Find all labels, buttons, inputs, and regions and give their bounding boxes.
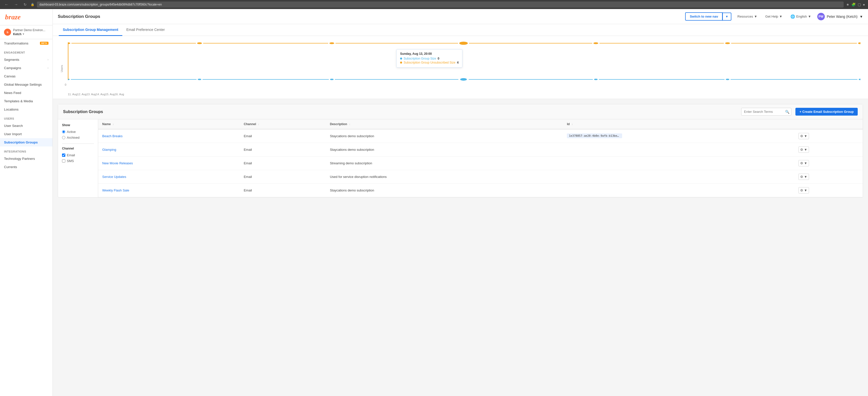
- gear-button-0[interactable]: ⚙ ▼: [799, 133, 809, 139]
- col-actions: [795, 119, 863, 129]
- filter-email-checkbox[interactable]: [62, 154, 65, 157]
- tab-email-preference-center[interactable]: Email Preference Center: [122, 24, 169, 36]
- get-help-button[interactable]: Get Help ▼: [763, 13, 784, 20]
- sidebar-item-locations[interactable]: Locations: [0, 105, 53, 114]
- sidebar-item-technology-partners[interactable]: Technology Partners: [0, 155, 53, 163]
- filter-panel: Show Active Archived Channel: [58, 119, 98, 197]
- x-label-4: 15. Aug: [105, 93, 115, 96]
- svg-point-9: [197, 79, 202, 80]
- filter-active-radio[interactable]: [62, 130, 65, 133]
- global-message-settings-label: Global Message Settings: [4, 83, 42, 86]
- gear-button-2[interactable]: ⚙ ▼: [799, 160, 809, 166]
- row-actions-3[interactable]: ⚙ ▼: [795, 170, 863, 184]
- filter-archived-radio[interactable]: [62, 136, 65, 139]
- search-input[interactable]: [741, 108, 792, 116]
- row-name-1[interactable]: Glamping: [98, 143, 240, 156]
- browser-bar: ← → ↻ 🔒 ★ 🧩 ▢ ●: [0, 0, 868, 9]
- tooltip-date: Sunday, Aug 13, 20:00: [400, 52, 459, 56]
- sidebar-item-canvas[interactable]: Canvas: [0, 72, 53, 81]
- col-channel[interactable]: Channel ↕: [240, 119, 326, 129]
- name-sort-icon: ↕: [113, 123, 114, 126]
- org-dropdown-caret: ▼: [22, 33, 25, 35]
- bookmark-icon: ★: [846, 2, 849, 6]
- resources-button[interactable]: Resources ▼: [735, 13, 759, 20]
- sidebar-item-transformations[interactable]: Transformations BETA: [0, 39, 53, 48]
- search-button[interactable]: 🔍: [785, 110, 789, 114]
- svg-point-4: [459, 41, 468, 45]
- col-id[interactable]: Id ↕: [563, 119, 794, 129]
- sidebar-item-subscription-groups[interactable]: Subscription Groups: [0, 138, 53, 147]
- filter-active[interactable]: Active: [62, 129, 94, 135]
- tooltip-unsubscribed-dot: [400, 62, 402, 64]
- show-filter-label: Show: [62, 123, 94, 127]
- filter-sms[interactable]: SMS: [62, 158, 94, 164]
- svg-point-7: [858, 42, 861, 44]
- table-row: Service UpdatesEmailUsed for service dis…: [98, 170, 863, 184]
- url-bar[interactable]: [37, 1, 844, 7]
- main-content: Subscription Groups Switch to new nav ▼ …: [53, 9, 868, 396]
- row-name-3[interactable]: Service Updates: [98, 170, 240, 184]
- tooltip-subscribed-value: 0: [438, 57, 439, 60]
- row-actions-4[interactable]: ⚙ ▼: [795, 184, 863, 197]
- tab-subscription-group-management[interactable]: Subscription Group Management: [59, 24, 122, 36]
- channel-sort-icon: ↕: [258, 123, 259, 126]
- gear-button-1[interactable]: ⚙ ▼: [799, 147, 809, 153]
- x-axis-labels: 11. Aug 12. Aug 13. Aug 14. Aug 15. Aug …: [68, 93, 124, 96]
- switch-nav-dropdown-button[interactable]: ▼: [722, 12, 732, 21]
- row-channel-4: Email: [240, 184, 326, 197]
- channel-filter-label: Channel: [62, 147, 94, 150]
- sidebar-item-segments[interactable]: Segments ›: [0, 56, 53, 64]
- row-description-1: Staycations demo subscription: [326, 143, 563, 156]
- x-label-2: 13. Aug: [87, 93, 96, 96]
- x-label-3: 14. Aug: [96, 93, 105, 96]
- row-description-0: Staycations demo subscription: [326, 129, 563, 143]
- subscription-groups-table-section: Subscription Groups 🔍 + Create Email Sub…: [58, 104, 863, 197]
- switch-nav-button[interactable]: Switch to new nav: [685, 12, 722, 21]
- sidebar-item-global-message-settings[interactable]: Global Message Settings: [0, 81, 53, 89]
- row-description-2: Streaming demo subscription: [326, 156, 563, 170]
- beta-badge: BETA: [40, 42, 49, 45]
- user-menu[interactable]: PW Peter Wang (Ketch) ▼: [817, 13, 863, 20]
- row-channel-1: Email: [240, 143, 326, 156]
- row-actions-0[interactable]: ⚙ ▼: [795, 129, 863, 143]
- sidebar-item-news-feed[interactable]: News Feed: [0, 89, 53, 97]
- svg-point-12: [593, 79, 598, 80]
- table-section-title: Subscription Groups: [63, 110, 737, 114]
- globe-icon: 🌐: [790, 14, 795, 19]
- news-feed-label: News Feed: [4, 91, 21, 95]
- table-header: Subscription Groups 🔍 + Create Email Sub…: [58, 104, 863, 119]
- filter-sms-checkbox[interactable]: [62, 159, 65, 162]
- back-button[interactable]: ←: [3, 2, 10, 7]
- table-row: New Movie ReleasesEmailStreaming demo su…: [98, 156, 863, 170]
- create-subscription-group-button[interactable]: + Create Email Subscription Group: [796, 108, 858, 116]
- sidebar-item-currents[interactable]: Currents: [0, 163, 53, 171]
- filter-archived[interactable]: Archived: [62, 135, 94, 141]
- segments-label: Segments: [4, 58, 19, 62]
- sidebar-item-user-import[interactable]: User Import: [0, 130, 53, 138]
- row-name-4[interactable]: Weekly Flash Sale: [98, 184, 240, 197]
- row-id-0: 1e378857-ae20-4b0e-9afb-b13bec771f6c: [563, 129, 794, 143]
- gear-button-4[interactable]: ⚙ ▼: [799, 187, 809, 193]
- col-name[interactable]: Name ↕: [98, 119, 240, 129]
- row-name-0[interactable]: Beach Breaks: [98, 129, 240, 143]
- tooltip-unsubscribed-row: Subscription Group Unsubscribed Size 4: [400, 61, 459, 64]
- row-actions-1[interactable]: ⚙ ▼: [795, 143, 863, 156]
- tooltip-unsubscribed-value: 4: [457, 61, 459, 64]
- refresh-button[interactable]: ↻: [22, 2, 28, 7]
- sidebar-item-user-search[interactable]: User Search: [0, 122, 53, 130]
- sidebar-item-templates-media[interactable]: Templates & Media: [0, 97, 53, 105]
- col-description[interactable]: Description ↕: [326, 119, 563, 129]
- filter-active-label: Active: [67, 130, 75, 134]
- sidebar-item-campaigns[interactable]: Campaigns ›: [0, 64, 53, 72]
- canvas-label: Canvas: [4, 74, 16, 78]
- sidebar-org[interactable]: b Partner Demo Environ... Ketch ▼: [0, 25, 53, 39]
- row-id-1: [563, 143, 794, 156]
- row-actions-2[interactable]: ⚙ ▼: [795, 156, 863, 170]
- switch-nav-group: Switch to new nav ▼: [685, 12, 732, 21]
- forward-button[interactable]: →: [12, 2, 20, 7]
- gear-button-3[interactable]: ⚙ ▼: [799, 174, 809, 180]
- row-name-2[interactable]: New Movie Releases: [98, 156, 240, 170]
- filter-email[interactable]: Email: [62, 152, 94, 158]
- get-help-chevron: ▼: [779, 14, 782, 18]
- language-button[interactable]: 🌐 English ▼: [788, 13, 813, 20]
